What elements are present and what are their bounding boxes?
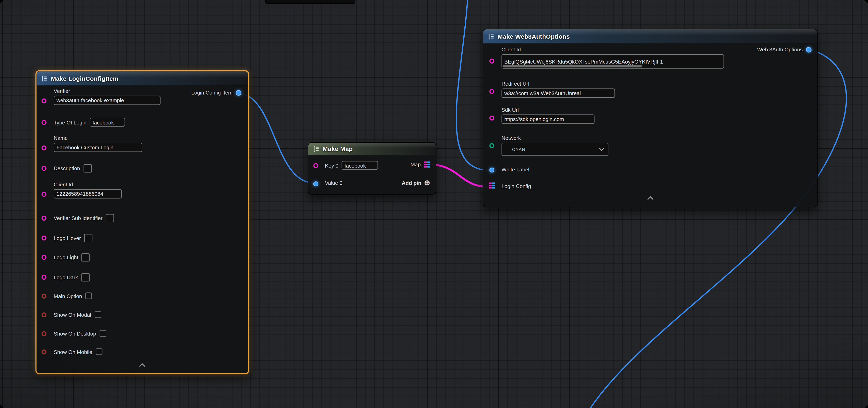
pin-main-option[interactable] xyxy=(41,294,46,299)
client-id-scrollbar[interactable] xyxy=(503,65,642,67)
field-verifier: Verifier xyxy=(54,88,160,105)
node-header[interactable]: Make Map xyxy=(308,143,436,156)
field-client-id: Client Id xyxy=(501,46,724,68)
redirect-url-input[interactable] xyxy=(501,89,615,98)
make-map-icon xyxy=(313,145,319,152)
add-pin-button[interactable]: Add pin ⊕ xyxy=(402,179,430,186)
pin-key0[interactable] xyxy=(313,163,318,168)
map-cell xyxy=(427,166,430,168)
pin-logo-light[interactable] xyxy=(41,255,46,260)
pin-web3auth-options-output[interactable] xyxy=(806,47,811,52)
sdk-url-input[interactable] xyxy=(501,114,594,124)
node-make-map[interactable]: Make Map Key 0 Map Value 0 Add pin ⊕ xyxy=(308,142,436,195)
node-header[interactable]: Make Web3AuthOptions xyxy=(483,29,817,44)
pin-show-on-mobile[interactable] xyxy=(41,349,46,354)
logo-light-input[interactable] xyxy=(82,253,90,262)
map-cell xyxy=(492,182,495,184)
client-id-fieldwrap xyxy=(501,54,724,69)
pin-show-on-modal[interactable] xyxy=(41,312,46,317)
map-cell xyxy=(492,187,495,189)
field-logo-light: Logo Light xyxy=(54,253,90,262)
collapse-button[interactable] xyxy=(138,363,146,367)
pin-logo-dark[interactable] xyxy=(41,275,46,280)
pin-name[interactable] xyxy=(41,145,46,150)
show-on-mobile-label: Show On Mobile xyxy=(54,349,92,355)
add-pin-button-row: Add pin ⊕ xyxy=(402,179,430,186)
field-type-of-login: Type Of Login xyxy=(54,118,125,127)
pin-network[interactable] xyxy=(489,143,494,148)
field-redirect-url: Redirect Url xyxy=(501,81,615,98)
logo-hover-input[interactable] xyxy=(84,234,93,242)
pin-value0[interactable] xyxy=(313,181,318,186)
node-title: Make LoginConfigItem xyxy=(51,75,118,81)
network-selected-value: CYAN xyxy=(502,147,526,152)
blueprint-canvas[interactable]: Make LoginConfigItem Login Config Item V… xyxy=(0,0,868,408)
field-logo-hover: Logo Hover xyxy=(54,234,93,242)
map-cell xyxy=(492,185,495,186)
pin-verifier-sub-identifier[interactable] xyxy=(41,216,46,221)
main-option-checkbox[interactable] xyxy=(85,293,92,299)
show-on-desktop-checkbox[interactable] xyxy=(99,330,106,337)
field-logo-dark: Logo Dark xyxy=(54,273,90,281)
pin-sdk-url[interactable] xyxy=(489,115,494,121)
pin-show-on-desktop[interactable] xyxy=(41,331,46,336)
output-label: Login Config Item xyxy=(191,90,232,96)
map-pin-icon[interactable] xyxy=(424,162,430,168)
show-on-mobile-checkbox[interactable] xyxy=(96,348,102,355)
main-option-label: Main Option xyxy=(54,293,82,299)
node-title: Make Web3AuthOptions xyxy=(498,33,570,40)
field-sdk-url: Sdk Url xyxy=(501,107,594,124)
field-white-label: White Label xyxy=(501,166,529,172)
client-id-input[interactable] xyxy=(54,189,122,198)
map-cell xyxy=(489,182,492,184)
wire-map-to-loginconfig[interactable] xyxy=(429,164,489,187)
node-make-loginconfigitem[interactable]: Make LoginConfigItem Login Config Item V… xyxy=(35,70,249,374)
type-of-login-label: Type Of Login xyxy=(54,119,87,125)
type-of-login-input[interactable] xyxy=(90,118,125,127)
field-verifier-sub-identifier: Verifier Sub Identifier xyxy=(54,214,114,222)
client-id-label: Client Id xyxy=(54,181,73,188)
node-make-web3authoptions[interactable]: Make Web3AuthOptions Web 3Auth Options C… xyxy=(483,29,817,207)
name-input[interactable] xyxy=(54,143,142,152)
verifier-label: Verifier xyxy=(54,88,70,94)
map-cell xyxy=(424,162,427,163)
pin-verifier[interactable] xyxy=(41,98,46,103)
wire-loginconfigitem-to-value0[interactable] xyxy=(240,94,314,183)
map-cell xyxy=(424,164,427,165)
verifier-sub-identifier-input[interactable] xyxy=(106,214,114,222)
node-title: Make Map xyxy=(323,145,353,152)
client-id-label: Client Id xyxy=(501,46,521,53)
offscreen-node-edge[interactable] xyxy=(265,0,355,4)
node-header[interactable]: Make LoginConfigItem xyxy=(36,71,248,86)
name-label: Name xyxy=(54,135,68,141)
field-show-on-modal: Show On Modal xyxy=(54,311,101,318)
field-description: Description xyxy=(54,164,92,172)
key0-input[interactable] xyxy=(342,161,378,170)
description-label: Description xyxy=(54,165,80,171)
verifier-input[interactable] xyxy=(54,96,160,105)
pin-type-of-login[interactable] xyxy=(41,120,46,125)
collapse-button[interactable] xyxy=(646,196,654,200)
redirect-url-label: Redirect Url xyxy=(501,81,529,87)
pin-client-id[interactable] xyxy=(41,192,46,197)
pin-login-config-item-output[interactable] xyxy=(236,90,241,95)
white-label-label: White Label xyxy=(501,166,529,172)
pin-client-id[interactable] xyxy=(489,59,494,64)
map-output-label: Map xyxy=(410,162,421,168)
show-on-modal-checkbox[interactable] xyxy=(94,311,101,318)
value0-label: Value 0 xyxy=(325,180,342,186)
pin-login-config[interactable] xyxy=(489,182,495,189)
logo-dark-input[interactable] xyxy=(81,273,90,281)
pin-description[interactable] xyxy=(41,166,46,171)
pin-redirect-url[interactable] xyxy=(489,89,494,94)
field-show-on-mobile: Show On Mobile xyxy=(54,348,102,355)
description-input[interactable] xyxy=(83,164,92,172)
field-network: Network CYAN xyxy=(501,135,608,156)
verifier-sub-identifier-label: Verifier Sub Identifier xyxy=(54,215,102,221)
output-label: Web 3Auth Options xyxy=(757,46,803,53)
output-login-config-item: Login Config Item xyxy=(191,90,241,96)
pin-logo-hover[interactable] xyxy=(41,236,46,241)
network-dropdown[interactable]: CYAN xyxy=(501,143,608,156)
field-client-id: Client Id xyxy=(54,181,122,199)
pin-white-label[interactable] xyxy=(489,168,494,173)
